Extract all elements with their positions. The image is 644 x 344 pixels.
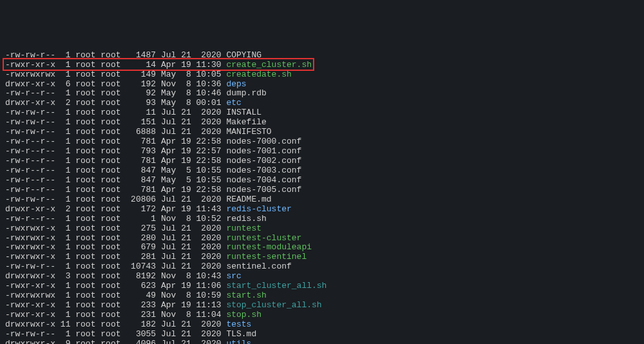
- owner: root: [75, 320, 95, 329]
- owner: root: [75, 88, 95, 98]
- link-count: 1: [61, 291, 71, 300]
- group: root: [100, 185, 120, 195]
- permissions: -rwxr-xr-x: [5, 310, 55, 320]
- group: root: [100, 88, 120, 98]
- group: root: [100, 60, 120, 70]
- link-count: 1: [61, 88, 71, 98]
- file-name: stop.sh: [226, 310, 261, 320]
- file-name: deps: [226, 79, 246, 89]
- link-count: 1: [61, 281, 71, 291]
- group: root: [100, 242, 120, 252]
- date: Apr 19 11:30: [161, 60, 222, 70]
- group: root: [100, 339, 120, 344]
- file-name: nodes-7002.conf: [226, 156, 301, 166]
- date: Apr 19 22:58: [161, 185, 222, 195]
- group: root: [100, 127, 120, 137]
- size: 49: [126, 291, 156, 300]
- date: May 8 10:05: [161, 70, 222, 79]
- size: 275: [126, 224, 156, 233]
- file-row: drwxr-xr-x 6 root root 192 Nov 8 10:36 d…: [5, 80, 639, 90]
- group: root: [100, 146, 120, 156]
- owner: root: [75, 300, 95, 310]
- size: 6888: [126, 127, 156, 137]
- permissions: -rw-r--r--: [5, 146, 55, 156]
- group: root: [100, 300, 120, 310]
- date: Jul 21 2020: [161, 339, 222, 344]
- date: Jul 21 2020: [161, 320, 222, 329]
- link-count: 1: [61, 146, 71, 156]
- date: Apr 19 22:58: [161, 137, 222, 146]
- permissions: -rwxr-xr-x: [5, 281, 55, 291]
- file-name: runtest: [226, 224, 261, 233]
- date: Jul 21 2020: [161, 329, 222, 339]
- file-name: runtest-cluster: [226, 233, 301, 243]
- link-count: 1: [61, 310, 71, 320]
- link-count: 1: [61, 108, 71, 117]
- link-count: 1: [61, 60, 71, 70]
- file-name: redis-cluster: [226, 204, 291, 214]
- date: Apr 19 11:13: [161, 300, 222, 310]
- owner: root: [75, 195, 95, 204]
- group: root: [100, 281, 120, 291]
- link-count: 1: [61, 329, 71, 339]
- owner: root: [75, 291, 95, 300]
- permissions: -rwxr-xr-x: [5, 300, 55, 310]
- size: 280: [126, 233, 156, 243]
- file-row: drwxrwxr-x 3 root root 8192 Nov 8 10:43 …: [5, 272, 639, 282]
- link-count: 1: [61, 252, 71, 262]
- date: Apr 19 22:58: [161, 156, 222, 166]
- date: Nov 8 10:43: [161, 271, 222, 281]
- size: 623: [126, 281, 156, 291]
- file-name: MANIFESTO: [226, 127, 271, 137]
- date: Jul 21 2020: [161, 262, 222, 271]
- terminal-output[interactable]: -rw-rw-r-- 1 root root 1487 Jul 21 2020 …: [0, 48, 644, 344]
- date: Jul 21 2020: [161, 50, 222, 60]
- file-name: createdate.sh: [226, 70, 291, 79]
- group: root: [100, 262, 120, 271]
- permissions: -rw-rw-r--: [5, 329, 55, 339]
- size: 3055: [126, 329, 156, 339]
- file-name: runtest-sentinel: [226, 252, 307, 262]
- group: root: [100, 329, 120, 339]
- date: Jul 21 2020: [161, 242, 222, 252]
- file-name: nodes-7005.conf: [226, 185, 301, 195]
- link-count: 1: [61, 156, 71, 166]
- owner: root: [75, 175, 95, 185]
- owner: root: [75, 79, 95, 89]
- owner: root: [75, 156, 95, 166]
- permissions: -rw-r--r--: [5, 156, 55, 166]
- permissions: -rw-r--r--: [5, 185, 55, 195]
- size: 847: [126, 166, 156, 175]
- link-count: 3: [61, 271, 71, 281]
- file-row: -rwxrwxr-x 1 root root 281 Jul 21 2020 r…: [5, 253, 639, 262]
- permissions: drwxrwxr-x: [5, 339, 55, 344]
- file-name: nodes-7000.conf: [226, 137, 301, 146]
- permissions: -rw-rw-r--: [5, 262, 55, 271]
- group: root: [100, 195, 120, 204]
- group: root: [100, 79, 120, 89]
- file-row: drwxrwxr-x 9 root root 4096 Jul 21 2020 …: [5, 339, 639, 344]
- size: 781: [126, 156, 156, 166]
- file-name: dump.rdb: [226, 88, 266, 98]
- link-count: 2: [61, 204, 71, 214]
- permissions: drwxr-xr-x: [5, 79, 55, 89]
- date: Jul 21 2020: [161, 252, 222, 262]
- permissions: -rwxrwxrwx: [5, 70, 55, 79]
- date: Apr 19 11:06: [161, 281, 222, 291]
- date: Nov 8 10:59: [161, 291, 222, 300]
- permissions: drwxrwxr-x: [5, 320, 55, 329]
- link-count: 1: [61, 50, 71, 60]
- link-count: 1: [61, 195, 71, 204]
- file-name: nodes-7003.conf: [226, 166, 301, 175]
- size: 151: [126, 117, 156, 127]
- group: root: [100, 214, 120, 224]
- date: May 5 10:55: [161, 175, 222, 185]
- size: 781: [126, 185, 156, 195]
- file-row: -rw-rw-r-- 1 root root 151 Jul 21 2020 M…: [5, 118, 639, 128]
- date: Nov 8 10:52: [161, 214, 222, 224]
- group: root: [100, 204, 120, 214]
- file-name: Makefile: [226, 117, 266, 127]
- file-name: COPYING: [226, 50, 261, 60]
- file-row: -rw-r--r-- 1 root root 781 Apr 19 22:58 …: [5, 186, 639, 195]
- size: 14: [126, 60, 156, 70]
